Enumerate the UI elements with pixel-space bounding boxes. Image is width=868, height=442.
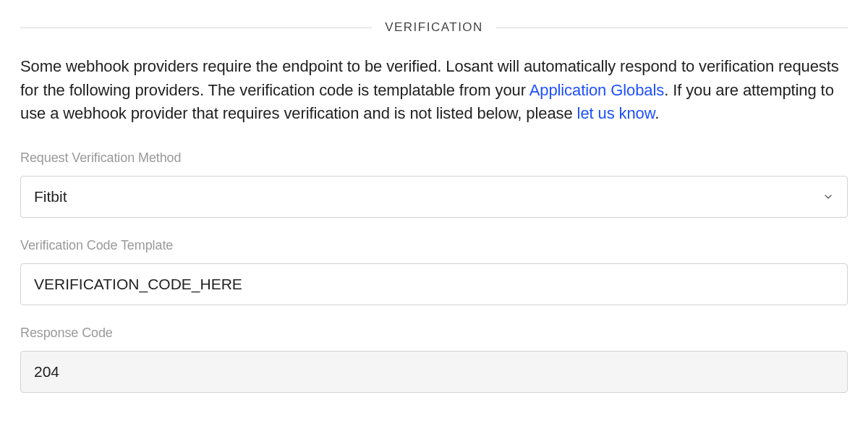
description-text: . bbox=[655, 104, 659, 122]
verification-method-field: Request Verification Method Fitbit bbox=[20, 150, 848, 218]
section-header: VERIFICATION bbox=[20, 20, 848, 35]
let-us-know-link[interactable]: let us know bbox=[577, 104, 655, 122]
divider bbox=[20, 27, 372, 28]
section-description: Some webhook providers require the endpo… bbox=[20, 55, 848, 126]
verification-method-label: Request Verification Method bbox=[20, 150, 848, 166]
verification-code-field: Verification Code Template bbox=[20, 238, 848, 305]
section-title: VERIFICATION bbox=[372, 20, 496, 35]
verification-code-label: Verification Code Template bbox=[20, 238, 848, 253]
application-globals-link[interactable]: Application Globals bbox=[529, 81, 664, 99]
verification-code-input[interactable] bbox=[20, 263, 848, 305]
chevron-down-icon bbox=[822, 191, 834, 203]
verification-method-value: Fitbit bbox=[34, 188, 67, 205]
divider bbox=[496, 27, 848, 28]
verification-method-select-wrapper: Fitbit bbox=[20, 176, 848, 218]
response-code-field: Response Code bbox=[20, 326, 848, 393]
response-code-input bbox=[20, 351, 848, 393]
verification-method-select[interactable]: Fitbit bbox=[20, 176, 848, 218]
response-code-label: Response Code bbox=[20, 326, 848, 341]
